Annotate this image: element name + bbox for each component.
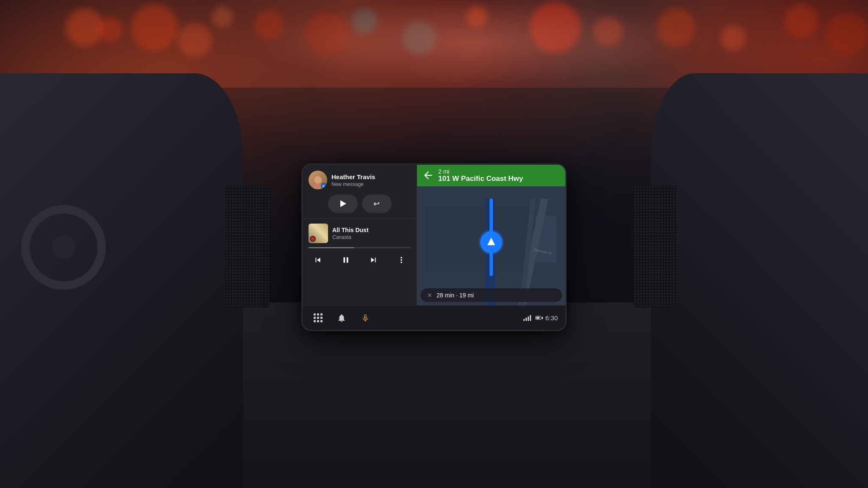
grid-dot bbox=[317, 313, 319, 316]
reply-message-button[interactable]: ↩ bbox=[362, 194, 392, 213]
play-icon bbox=[340, 200, 346, 207]
pause-button[interactable] bbox=[338, 252, 353, 268]
progress-fill bbox=[309, 247, 354, 248]
speaker-right bbox=[634, 186, 677, 308]
bokeh-12 bbox=[593, 17, 623, 47]
eta-separator: · bbox=[456, 292, 459, 299]
bokeh-3 bbox=[131, 4, 178, 51]
bokeh-14 bbox=[721, 25, 746, 51]
eta-close-button[interactable]: ✕ bbox=[427, 292, 432, 299]
bell-icon bbox=[337, 313, 346, 322]
contact-info: Heather Travis New message bbox=[331, 173, 411, 187]
signal-bar-2 bbox=[526, 317, 527, 321]
left-interior bbox=[0, 73, 243, 488]
bokeh-5 bbox=[212, 6, 233, 28]
apps-grid-icon bbox=[314, 313, 323, 322]
more-options-icon bbox=[397, 255, 406, 265]
turn-arrow-icon bbox=[422, 169, 434, 181]
progress-bar[interactable] bbox=[309, 247, 411, 248]
eta-text: 28 min · 19 mi bbox=[437, 292, 474, 299]
navigation-header: 2 mi 101 W Pacific Coast Hwy bbox=[417, 165, 565, 186]
microphone-button[interactable] bbox=[358, 310, 373, 325]
notifications-button[interactable] bbox=[334, 310, 349, 325]
nav-info: 2 mi 101 W Pacific Coast Hwy bbox=[438, 168, 560, 183]
eta-time: 28 min bbox=[437, 292, 454, 299]
contact-row: Heather Travis New message bbox=[309, 171, 411, 189]
message-actions: ↩ bbox=[309, 194, 411, 213]
battery-fill bbox=[536, 317, 540, 319]
main-area: Heather Travis New message ↩ bbox=[303, 165, 565, 305]
speaker-dots-right bbox=[634, 186, 677, 308]
signal-icon bbox=[523, 315, 531, 321]
music-card: All This Dust Canasta bbox=[303, 219, 417, 305]
map-panel[interactable]: German Dr German Dr 2 mi 101 W Pacific C… bbox=[417, 165, 565, 305]
screen-content: Heather Travis New message ↩ bbox=[303, 165, 565, 330]
grid-dot bbox=[314, 317, 316, 319]
android-auto-screen: Heather Travis New message ↩ bbox=[303, 165, 565, 330]
music-controls bbox=[309, 252, 411, 268]
bokeh-7 bbox=[305, 13, 348, 55]
bokeh-16 bbox=[826, 13, 868, 55]
album-art bbox=[309, 224, 328, 243]
marker-circle bbox=[480, 231, 502, 253]
grid-dot bbox=[314, 313, 316, 316]
song-title: All This Dust bbox=[332, 226, 411, 233]
message-card: Heather Travis New message ↩ bbox=[303, 165, 417, 219]
grid-dot bbox=[314, 320, 316, 322]
speaker-left bbox=[225, 186, 269, 308]
avatar bbox=[309, 171, 327, 189]
battery-icon bbox=[535, 316, 541, 320]
bokeh-4 bbox=[178, 23, 212, 57]
eta-bar: ✕ 28 min · 19 mi bbox=[420, 288, 562, 302]
music-info-row: All This Dust Canasta bbox=[309, 224, 411, 243]
pause-icon bbox=[341, 255, 351, 265]
messenger-badge bbox=[321, 183, 327, 189]
left-panel: Heather Travis New message ↩ bbox=[303, 165, 417, 305]
bokeh-6 bbox=[254, 11, 284, 40]
marker-arrow bbox=[487, 237, 495, 245]
bokeh-15 bbox=[784, 4, 818, 38]
reply-icon: ↩ bbox=[373, 199, 380, 208]
right-interior bbox=[651, 73, 868, 488]
more-options-button[interactable] bbox=[394, 252, 409, 268]
contact-name: Heather Travis bbox=[331, 173, 411, 180]
music-text: All This Dust Canasta bbox=[332, 226, 411, 240]
apps-button[interactable] bbox=[310, 310, 326, 325]
record-badge bbox=[310, 236, 316, 242]
grid-dot bbox=[317, 320, 319, 322]
steering-hub bbox=[52, 236, 75, 259]
nav-distance: 2 mi bbox=[438, 168, 560, 175]
skip-next-icon bbox=[369, 255, 378, 265]
grid-dot bbox=[320, 313, 323, 316]
grid-dot bbox=[320, 320, 323, 322]
bokeh-11 bbox=[530, 2, 581, 53]
bokeh-10 bbox=[466, 6, 487, 28]
skip-prev-icon bbox=[313, 255, 323, 265]
contact-subtitle: New message bbox=[331, 181, 411, 187]
eta-distance: 19 mi bbox=[459, 292, 474, 299]
bokeh-2 bbox=[97, 17, 123, 42]
turn-icon bbox=[422, 169, 434, 181]
nav-street: 101 W Pacific Coast Hwy bbox=[438, 175, 560, 183]
taskbar-left bbox=[310, 310, 523, 325]
skip-next-button[interactable] bbox=[366, 252, 381, 268]
signal-bar-4 bbox=[530, 315, 531, 321]
map-terrain bbox=[426, 207, 531, 272]
mic-icon bbox=[361, 313, 370, 322]
taskbar: 6:30 bbox=[303, 305, 565, 330]
signal-bar-3 bbox=[528, 316, 529, 321]
grid-dot bbox=[320, 317, 323, 319]
signal-bar-1 bbox=[523, 319, 525, 321]
clock: 6:30 bbox=[545, 314, 558, 322]
bokeh-8 bbox=[352, 8, 377, 34]
skip-prev-button[interactable] bbox=[310, 252, 326, 268]
bokeh-13 bbox=[657, 8, 695, 47]
bokeh-9 bbox=[403, 21, 437, 55]
nav-marker bbox=[480, 231, 502, 253]
play-message-button[interactable] bbox=[328, 194, 358, 213]
speaker-dots-left bbox=[225, 186, 269, 308]
grid-dot bbox=[317, 317, 319, 319]
artist-name: Canasta bbox=[332, 234, 411, 240]
steering-wheel bbox=[21, 205, 106, 290]
taskbar-right: 6:30 bbox=[523, 314, 558, 322]
